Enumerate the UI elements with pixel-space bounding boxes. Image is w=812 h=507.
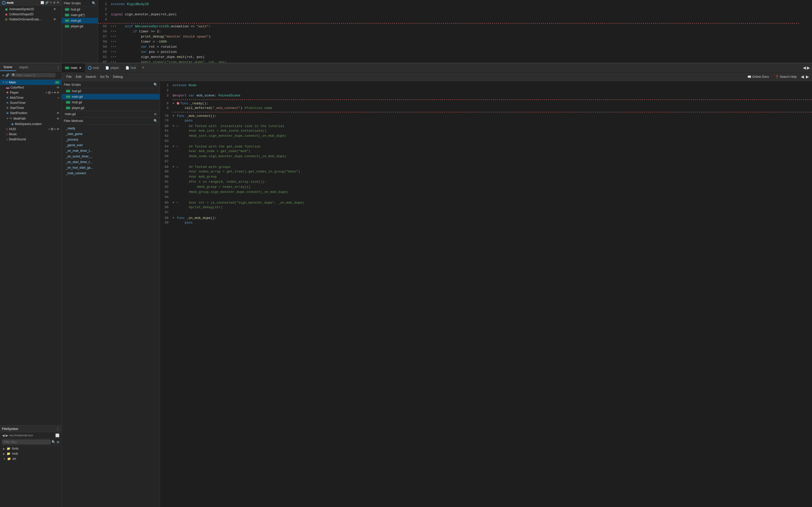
top-filter-search-icon[interactable]: 🔍 [92,1,96,5]
fold-88[interactable]: ▼ [173,166,177,168]
tab-add-button[interactable]: + [139,65,147,70]
scripts-item-hud[interactable]: GD hud.gd [62,88,160,94]
fold-8[interactable]: ▼ [173,102,177,105]
fs-filter-settings-icon[interactable]: ⊞ [57,440,59,444]
m-ln-90: 90 [160,175,173,179]
fs-filter-search-icon[interactable]: 🔍 [52,440,56,444]
methods-search-icon[interactable]: 🔍 [153,119,158,123]
top-node-icon2[interactable]: 🔗 [45,1,49,4]
nav-back-arrow[interactable]: ◀ [803,65,806,70]
method-on-start-timer[interactable]: _on_start_timer_t... [62,159,160,165]
top-node-eye[interactable]: 👁 [57,1,59,4]
fold-95[interactable]: ▼ [173,201,177,204]
fs-item-mob[interactable]: ▶ 📁 mob [0,451,61,456]
method-game-over[interactable]: _game_over [62,143,160,148]
online-docs-button[interactable]: 📖 Online Docs [745,74,771,79]
scoretimer-icon: ✕ [6,101,9,105]
fold-55-1[interactable]: ▸ [111,24,113,29]
menu-debug[interactable]: Debug [112,74,124,79]
filesystem-menu-icon[interactable]: ⋮ [56,427,59,431]
filesystem-filter-input[interactable] [2,440,51,444]
scene-node-scoretimer[interactable]: ✕ ScoreTimer [0,100,61,105]
scene-node-colorrect[interactable]: ▬ ColorRect 👁 [0,85,61,90]
fs-forward-icon[interactable]: ▶ [6,434,8,437]
method-on-hud-start[interactable]: _on_hud_start_ga... [62,165,160,170]
top-tree-item-0[interactable]: ▣ AnimatedSprite2D 👁 [0,7,61,12]
m-ln-96: 96 [160,206,173,210]
top-node-tree: ▣ AnimatedSprite2D 👁 ◉ CollisionShape2D … [0,6,61,23]
tab-hud-script-icon: 📄 [125,66,129,70]
tab-scene[interactable]: Scene [0,64,16,71]
m-code-1: extends Node [173,83,812,88]
scripts-item-player[interactable]: GD player.gd [62,105,160,111]
fold-84[interactable]: ▼ [173,145,177,148]
main-expand-arrow[interactable]: ▼ [2,81,5,84]
method-new-game[interactable]: _new_game [62,131,160,137]
code-line-m99: 99 pass [160,220,812,226]
top-node-icon4[interactable]: ⚙ [53,1,56,4]
fold-78[interactable]: ▼ [173,115,177,117]
scene-node-main[interactable]: ▼ ⊙ Main GD [0,79,61,85]
top-script-main[interactable]: GD main.gd(*) [62,12,98,18]
method-mob-connect[interactable]: _mob_connect [62,170,160,176]
scene-panel-menu-icon[interactable]: ⋮ [57,65,60,69]
tab-player[interactable]: 📄 player [102,63,122,72]
scene-node-mobtimer[interactable]: ✕ MobTimer ↗ [0,95,61,100]
fs-back-icon[interactable]: ◀ [2,434,5,437]
editor-nav-back[interactable]: ◀ [801,74,804,79]
scripts-item-mob[interactable]: GD mob.gd [62,100,160,105]
top-tree-item-2[interactable]: ⊡ VisibleOnScreenEnab... 👁 [0,17,61,22]
menu-goto[interactable]: Go To [99,74,111,79]
fs-item-art[interactable]: ▼ 📁 art [0,456,61,461]
menu-file[interactable]: File [65,74,73,79]
search-help-button[interactable]: ❓ Search Help [773,74,799,79]
scene-node-music[interactable]: ♪ Music [0,132,61,137]
method-on-mob-timer[interactable]: _on_mob_timer_t... [62,148,160,154]
script-filename-expand[interactable]: ⇄ [154,112,157,116]
top-node-icon1[interactable]: ⬜ [41,1,44,4]
method-ready[interactable]: _ready [62,125,160,131]
top-script-player[interactable]: GD player.gd [62,23,98,29]
fs-item-fonts[interactable]: ▶ 📁 fonts [0,446,61,451]
menu-search[interactable]: Search [84,74,98,79]
fs-path-icon[interactable]: ⬜ [55,433,59,437]
code-line-m1: 1 extends Node [160,83,812,88]
scene-node-mobspawnlocation[interactable]: ◈ MobSpawnLocation [0,121,61,126]
tab-mob[interactable]: mob [85,63,102,72]
fs-folder-name-mob: mob [12,452,18,455]
m-code-78: func _mob_connect(): [177,114,812,118]
scene-node-startposition[interactable]: ⊕ StartPosition 👁 [0,110,61,116]
code-line-m96: 96 #print_debug(str) [160,205,812,210]
add-node-button[interactable]: + [2,73,4,77]
scene-node-player[interactable]: ✚ Player ↗ 🎬 ✎ ⚑ 👁 [0,90,61,95]
top-script-hud[interactable]: GD hud.gd [62,7,98,12]
menu-edit[interactable]: Edit [74,74,83,79]
fold-80[interactable]: ▼ [173,125,177,127]
scene-node-starttimer[interactable]: ✕ StartTimer [0,105,61,110]
top-node-icon3[interactable]: ✎ [50,1,52,4]
scripts-search-icon[interactable]: 🔍 [153,83,158,87]
mobspawn-name: MobSpawnLocation [15,122,42,126]
method-process[interactable]: _process [62,137,160,143]
tab-main-close[interactable]: ✕ [79,66,82,70]
scene-node-hud[interactable]: □ HUD ↗ 🎬 ✎ 👁 [0,126,61,132]
scripts-item-main[interactable]: GD main.gd [62,94,160,100]
mobpath-expand-arrow[interactable]: ▼ [6,117,9,120]
fold-98[interactable]: ▼ [173,217,177,219]
scene-node-mobpath[interactable]: ▼ 〜 MobPath 👁 [0,116,61,121]
scene-toolbar: + 🔗 🔍 ⋮ [0,71,61,79]
tab-hud[interactable]: 📄 hud [122,63,139,72]
top-script-mob[interactable]: GD mob.gd [62,18,98,23]
nav-forward-arrow[interactable]: ▶ [807,65,810,70]
top-tree-item-1[interactable]: ◉ CollisionShape2D [0,12,61,17]
tab-import[interactable]: Import [16,64,32,71]
tab-main[interactable]: GD main ✕ [62,63,85,72]
link-node-button[interactable]: 🔗 [5,73,9,77]
scene-filter-input[interactable] [16,74,54,77]
fold-62-3: ▸ [115,60,117,63]
scene-node-deathsound[interactable]: ♪ DeathSound [0,137,61,142]
editor-nav-forward[interactable]: ▶ [806,74,809,79]
fold-57-3: ▸ [115,35,117,39]
scene-settings-icon[interactable]: ⋮ [57,73,59,77]
method-on-score-timer[interactable]: _on_score_timer_... [62,154,160,159]
